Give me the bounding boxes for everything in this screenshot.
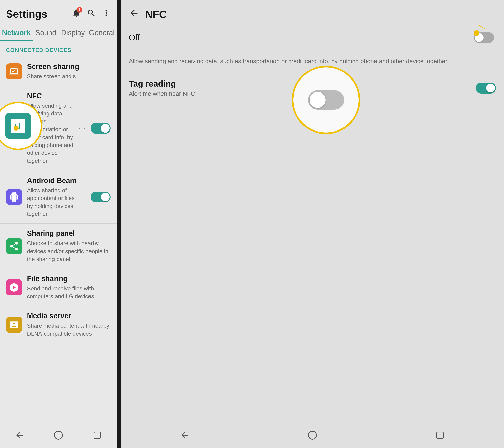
android-beam-desc: Allow sharing of app content or files by… bbox=[27, 186, 77, 218]
nfc-detail-toggle[interactable] bbox=[474, 32, 494, 43]
tag-reading-row: Tag reading Alert me when near NFC bbox=[129, 72, 496, 100]
panel-divider bbox=[117, 0, 121, 448]
screen-sharing-item[interactable]: Screen sharing Share screen and s... bbox=[0, 57, 117, 86]
right-panel: NFC Off Allow sending and receiving data… bbox=[121, 0, 504, 448]
svg-rect-1 bbox=[94, 432, 100, 438]
connected-devices-label: CONNECTED DEVICES bbox=[0, 41, 117, 57]
svg-rect-3 bbox=[437, 432, 443, 438]
right-back-button[interactable] bbox=[177, 427, 193, 445]
yellow-line-toggle bbox=[476, 25, 485, 29]
svg-point-2 bbox=[308, 431, 316, 439]
file-sharing-text: File sharing Send and receive files with… bbox=[27, 274, 111, 300]
tabs-bar: Network Sound Display General bbox=[0, 24, 117, 41]
right-bottom-nav bbox=[121, 424, 504, 448]
sharing-panel-text: Sharing panel Choose to share with nearb… bbox=[27, 229, 111, 263]
nfc-detail-toggle-knob bbox=[475, 33, 484, 42]
nfc-page-title: NFC bbox=[145, 8, 167, 20]
svg-point-0 bbox=[54, 431, 62, 439]
nfc-actions: ⋯ bbox=[77, 123, 111, 134]
right-recent-button[interactable] bbox=[432, 427, 448, 445]
android-beam-text: Android Beam Allow sharing of app conten… bbox=[27, 176, 77, 218]
nfc-toggle-knob bbox=[101, 124, 110, 133]
file-sharing-title: File sharing bbox=[27, 274, 111, 283]
nfc-more-button[interactable]: ⋯ bbox=[77, 123, 87, 134]
header-icons: 1 bbox=[72, 9, 111, 19]
notification-badge: 1 bbox=[77, 7, 82, 13]
sharing-panel-item[interactable]: Sharing panel Choose to share with nearb… bbox=[0, 224, 117, 269]
tag-reading-title: Tag reading bbox=[129, 79, 476, 89]
settings-header: Settings 1 bbox=[0, 0, 117, 24]
tab-network[interactable]: Network bbox=[0, 24, 33, 41]
tag-reading-toggle-knob bbox=[486, 84, 495, 92]
back-button[interactable] bbox=[11, 427, 28, 445]
media-server-desc: Share media content with nearby DLNA-com… bbox=[27, 322, 111, 337]
android-beam-icon bbox=[6, 189, 22, 205]
tag-reading-info: Tag reading Alert me when near NFC bbox=[129, 79, 476, 97]
tab-display[interactable]: Display bbox=[59, 24, 87, 41]
screen-sharing-icon bbox=[6, 63, 22, 79]
tag-reading-desc: Alert me when near NFC bbox=[129, 90, 476, 97]
tab-general[interactable]: General bbox=[87, 24, 117, 41]
android-beam-title: Android Beam bbox=[27, 176, 77, 185]
page-title: Settings bbox=[6, 8, 47, 20]
screen-sharing-desc: Share screen and s... bbox=[27, 72, 111, 80]
nfc-item[interactable]: NFC Allow sending and receiving data, su… bbox=[0, 86, 117, 171]
sharing-panel-icon bbox=[6, 238, 22, 254]
right-home-button[interactable] bbox=[304, 427, 320, 445]
tag-reading-section: Tag reading Alert me when near NFC bbox=[129, 72, 496, 100]
android-beam-item[interactable]: Android Beam Allow sharing of app conten… bbox=[0, 171, 117, 224]
nfc-title: NFC bbox=[27, 92, 77, 100]
recent-button[interactable] bbox=[89, 427, 105, 445]
nfc-content: Off Allow sending and receiving data, su… bbox=[121, 25, 504, 424]
sharing-panel-title: Sharing panel bbox=[27, 229, 111, 238]
left-bottom-nav bbox=[0, 424, 117, 448]
android-beam-toggle-knob bbox=[101, 193, 110, 201]
home-button[interactable] bbox=[50, 427, 66, 445]
notification-icon[interactable]: 1 bbox=[72, 9, 81, 19]
settings-list: Screen sharing Share screen and s... NFC… bbox=[0, 57, 117, 424]
nfc-desc: Allow sending and receiving data, such a… bbox=[27, 102, 77, 165]
nfc-toggle[interactable] bbox=[90, 123, 111, 134]
media-server-icon bbox=[6, 317, 22, 333]
android-beam-actions: ⋯ bbox=[77, 191, 111, 203]
nfc-off-row: Off bbox=[129, 25, 496, 51]
search-icon[interactable] bbox=[87, 9, 96, 19]
left-panel: Settings 1 Network Sound Display General bbox=[0, 0, 117, 448]
file-sharing-icon bbox=[6, 279, 22, 295]
sharing-panel-desc: Choose to share with nearby devices and/… bbox=[27, 239, 111, 263]
android-beam-more-button[interactable]: ⋯ bbox=[77, 191, 87, 203]
nfc-header: NFC bbox=[121, 0, 504, 25]
screen-sharing-text: Screen sharing Share screen and s... bbox=[27, 62, 111, 80]
nfc-detail-desc: Allow sending and receiving data, such a… bbox=[129, 51, 496, 72]
screen-sharing-title: Screen sharing bbox=[27, 62, 111, 71]
nfc-text: NFC Allow sending and receiving data, su… bbox=[27, 92, 77, 165]
media-server-text: Media server Share media content with ne… bbox=[27, 312, 111, 337]
nfc-off-label: Off bbox=[129, 33, 140, 42]
nfc-icon bbox=[6, 120, 22, 136]
file-sharing-item[interactable]: File sharing Send and receive files with… bbox=[0, 269, 117, 306]
media-server-title: Media server bbox=[27, 312, 111, 320]
tag-reading-toggle[interactable] bbox=[476, 83, 496, 93]
android-beam-toggle[interactable] bbox=[90, 192, 111, 202]
file-sharing-desc: Send and receive files with computers an… bbox=[27, 285, 111, 300]
nfc-back-button[interactable] bbox=[129, 8, 139, 21]
media-server-item[interactable]: Media server Share media content with ne… bbox=[0, 306, 117, 343]
tab-sound[interactable]: Sound bbox=[33, 24, 59, 41]
more-vert-icon[interactable] bbox=[102, 9, 111, 19]
